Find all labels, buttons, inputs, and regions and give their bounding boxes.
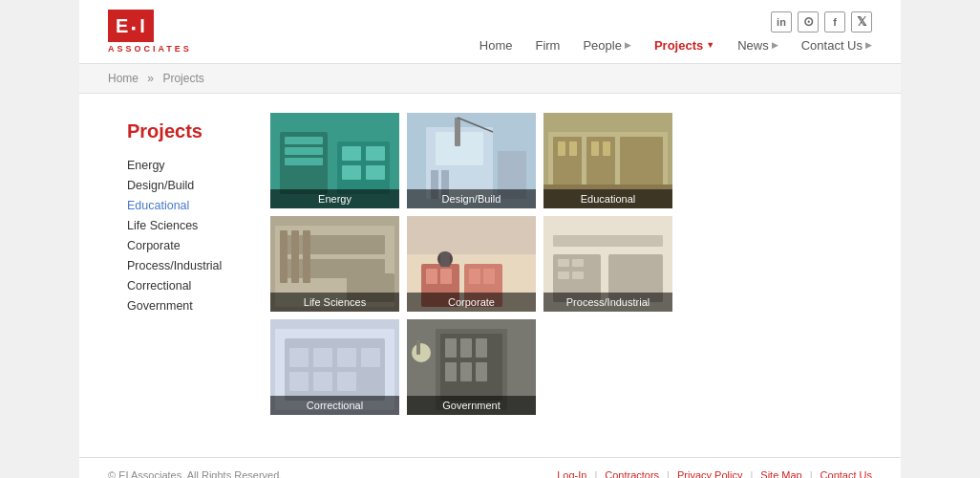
sidebar-item-correctional[interactable]: Correctional <box>127 278 242 293</box>
instagram-icon[interactable]: ⊙ <box>798 11 819 33</box>
sidebar-item-design-build[interactable]: Design/Build <box>127 178 242 192</box>
svg-rect-32 <box>280 230 288 283</box>
svg-rect-52 <box>572 259 584 267</box>
svg-rect-48 <box>553 235 663 247</box>
logo-subtitle: ASSOCIATES <box>108 44 192 54</box>
svg-rect-33 <box>291 230 299 283</box>
social-icons: in ⊙ f 𝕏 <box>771 11 872 33</box>
svg-rect-40 <box>426 269 437 284</box>
footer-sitemap[interactable]: Site Map <box>760 469 801 478</box>
nav-firm[interactable]: Firm <box>535 38 560 53</box>
svg-rect-75 <box>416 340 420 355</box>
svg-rect-20 <box>553 137 582 185</box>
sidebar-menu: Energy Design/Build Educational Life Sci… <box>127 158 242 313</box>
card-label-life-sciences: Life Sciences <box>270 293 399 312</box>
twitter-icon[interactable]: 𝕏 <box>851 11 872 33</box>
nav-projects[interactable]: Projects ▼ <box>654 38 714 53</box>
projects-grid: Energy Design/Build <box>270 113 853 428</box>
breadcrumb: Home » Projects <box>79 64 901 94</box>
header: E▪I ASSOCIATES in ⊙ f 𝕏 Home Firm People… <box>79 0 901 64</box>
footer-links: Log-In | Contractors | Privacy Policy | … <box>557 469 872 478</box>
nav-news[interactable]: News ▶ <box>737 38 778 53</box>
grid-row-3: Correctional <box>270 319 853 415</box>
svg-rect-27 <box>603 141 610 156</box>
project-card-process[interactable]: Process/Industrial <box>543 216 672 312</box>
sidebar-item-corporate[interactable]: Corporate <box>127 238 242 252</box>
card-label-energy: Energy <box>270 189 399 208</box>
svg-rect-62 <box>289 372 309 391</box>
nav-home[interactable]: Home <box>479 38 513 53</box>
svg-rect-4 <box>285 158 323 165</box>
footer: © EI Associates. All Rights Reserved. Lo… <box>79 458 901 478</box>
svg-rect-53 <box>558 272 569 279</box>
svg-rect-71 <box>445 362 457 381</box>
card-label-design-build: Design/Build <box>407 189 536 208</box>
svg-rect-22 <box>620 137 663 185</box>
svg-rect-25 <box>569 141 577 156</box>
svg-rect-41 <box>440 269 452 284</box>
svg-rect-73 <box>476 362 487 381</box>
sidebar-title: Projects <box>127 120 242 142</box>
svg-rect-7 <box>366 146 385 161</box>
svg-rect-43 <box>483 269 495 284</box>
linkedin-icon[interactable]: in <box>771 11 792 33</box>
project-card-energy[interactable]: Energy <box>270 113 399 208</box>
svg-rect-6 <box>342 146 361 161</box>
svg-rect-61 <box>361 348 380 367</box>
footer-login[interactable]: Log-In <box>557 469 586 478</box>
svg-rect-63 <box>313 372 332 391</box>
sidebar-item-government[interactable]: Government <box>127 298 242 313</box>
sidebar: Projects Energy Design/Build Educational… <box>127 113 242 428</box>
main-content: Projects Energy Design/Build Educational… <box>98 94 882 457</box>
svg-rect-51 <box>558 259 569 267</box>
svg-rect-72 <box>460 362 472 381</box>
svg-rect-57 <box>285 338 385 401</box>
svg-rect-24 <box>558 141 565 156</box>
project-card-design-build[interactable]: Design/Build <box>407 113 536 208</box>
footer-copyright: © EI Associates. All Rights Reserved. <box>108 469 282 478</box>
project-card-educational[interactable]: Educational <box>543 113 672 208</box>
project-card-correctional[interactable]: Correctional <box>270 319 399 415</box>
svg-rect-8 <box>342 165 361 180</box>
project-card-corporate[interactable]: Corporate <box>407 216 536 312</box>
breadcrumb-home[interactable]: Home <box>108 72 138 85</box>
svg-rect-70 <box>476 338 487 358</box>
sidebar-item-life-sciences[interactable]: Life Sciences <box>127 218 242 232</box>
logo[interactable]: E▪I ASSOCIATES <box>108 10 192 54</box>
svg-rect-64 <box>337 372 356 391</box>
project-card-government[interactable]: Government <box>407 319 536 415</box>
projects-arrow: ▼ <box>706 40 714 50</box>
footer-contact[interactable]: Contact Us <box>820 469 872 478</box>
nav-contact[interactable]: Contact Us ▶ <box>801 38 872 53</box>
grid-row-1: Energy Design/Build <box>270 113 853 208</box>
svg-rect-21 <box>586 137 615 185</box>
main-nav: Home Firm People ▶ Projects ▼ News ▶ Con… <box>479 38 872 53</box>
svg-point-74 <box>412 343 431 362</box>
svg-rect-26 <box>591 141 599 156</box>
footer-contractors[interactable]: Contractors <box>605 469 659 478</box>
news-arrow: ▶ <box>772 40 778 50</box>
sidebar-item-energy[interactable]: Energy <box>127 158 242 172</box>
grid-row-2: Life Sciences <box>270 216 853 312</box>
breadcrumb-current: Projects <box>162 72 203 85</box>
svg-rect-58 <box>289 348 309 367</box>
project-card-life-sciences[interactable]: Life Sciences <box>270 216 399 312</box>
svg-rect-3 <box>285 147 323 155</box>
sidebar-item-process[interactable]: Process/Industrial <box>127 258 242 272</box>
svg-rect-54 <box>572 272 584 279</box>
card-label-corporate: Corporate <box>407 293 536 312</box>
nav-people[interactable]: People ▶ <box>583 38 630 53</box>
svg-rect-60 <box>337 348 356 367</box>
sidebar-item-educational[interactable]: Educational <box>127 198 242 212</box>
svg-rect-9 <box>366 165 385 180</box>
svg-rect-68 <box>445 338 457 358</box>
facebook-icon[interactable]: f <box>824 11 845 33</box>
svg-rect-45 <box>440 252 450 267</box>
card-label-correctional: Correctional <box>270 396 399 415</box>
card-label-government: Government <box>407 396 536 415</box>
breadcrumb-sep: » <box>147 72 154 85</box>
footer-privacy[interactable]: Privacy Policy <box>677 469 742 478</box>
logo-text: E▪I <box>108 10 154 42</box>
card-label-process: Process/Industrial <box>543 293 672 312</box>
contact-arrow: ▶ <box>865 40 872 50</box>
